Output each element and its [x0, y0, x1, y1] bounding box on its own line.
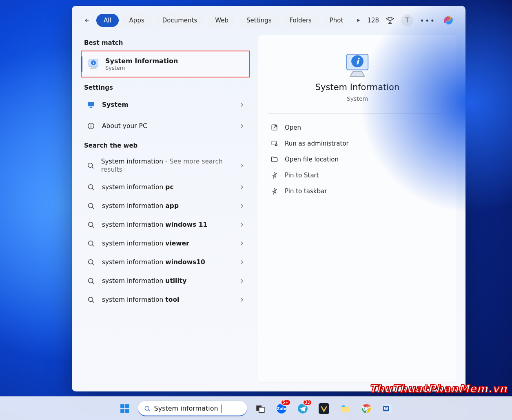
detail-action[interactable]: Pin to Start	[268, 167, 447, 183]
taskbar-task-view[interactable]	[252, 400, 269, 417]
text-caret	[222, 405, 222, 413]
pin-icon	[270, 187, 278, 195]
expand-filters-icon[interactable]	[355, 18, 361, 23]
windows-logo-icon	[120, 403, 130, 414]
svg-text:i: i	[356, 57, 360, 66]
web-result[interactable]: System information - See more search res…	[81, 153, 250, 178]
best-match-highlight-box: i System Information System	[81, 51, 250, 77]
system-information-app-icon: i	[87, 58, 100, 70]
search-icon	[86, 160, 95, 171]
detail-subtitle: System	[347, 95, 368, 102]
word-icon: W	[382, 403, 393, 414]
section-search-web: Search the web	[81, 138, 250, 151]
svg-rect-13	[120, 404, 124, 408]
filter-pill-folders[interactable]: Folders	[282, 14, 319, 27]
rewards-points[interactable]: 128	[368, 17, 379, 24]
taskbar-app-v[interactable]	[315, 400, 332, 417]
notification-badge: 33	[303, 399, 312, 406]
detail-title: System Information	[315, 82, 400, 92]
chevron-right-icon	[239, 102, 245, 108]
detail-action[interactable]: Open	[268, 119, 447, 135]
notification-badge: 5+	[281, 399, 291, 406]
svg-rect-24	[342, 405, 345, 407]
web-result-label: system information utility	[102, 277, 186, 285]
chevron-right-icon	[239, 162, 245, 169]
svg-rect-16	[125, 409, 129, 413]
search-icon	[86, 276, 96, 286]
best-match-subtitle: System	[105, 65, 178, 71]
chevron-right-icon	[239, 203, 245, 209]
more-options-button[interactable]: •••	[420, 16, 435, 25]
detail-action[interactable]: Run as administrator	[268, 135, 447, 151]
chevron-right-icon	[239, 278, 245, 284]
detail-action[interactable]: Open file location	[268, 151, 447, 167]
chevron-right-icon	[239, 184, 245, 190]
filter-pill-web[interactable]: Web	[208, 14, 236, 27]
search-icon	[86, 201, 96, 211]
web-result[interactable]: system information app	[81, 197, 250, 215]
filter-pill-all[interactable]: All	[96, 14, 119, 27]
file-explorer-icon	[340, 403, 350, 414]
task-view-icon	[255, 403, 266, 414]
detail-action-label: Pin to Start	[285, 172, 319, 179]
web-result[interactable]: system information windows10	[81, 253, 250, 272]
svg-rect-23	[341, 407, 349, 411]
detail-action[interactable]: Pin to taskbar	[268, 183, 447, 199]
filter-pill-photos[interactable]: Phot	[322, 14, 345, 27]
taskbar-app-telegram[interactable]: 33	[294, 400, 311, 417]
settings-result-label: About your PC	[102, 122, 147, 130]
taskbar-app-chrome[interactable]	[358, 400, 375, 417]
web-result[interactable]: system information viewer	[81, 234, 250, 253]
search-icon	[86, 238, 96, 249]
search-icon	[86, 294, 96, 305]
folder-icon	[270, 155, 278, 163]
pin-icon	[270, 171, 278, 179]
chrome-icon	[361, 403, 372, 414]
web-result[interactable]: system information pc	[81, 178, 250, 197]
web-result[interactable]: system information windows 11	[81, 215, 250, 234]
detail-action-label: Open file location	[285, 156, 339, 163]
taskbar-search-text: System information	[154, 405, 218, 412]
copilot-icon[interactable]	[442, 14, 455, 27]
chevron-right-icon	[239, 240, 245, 247]
svg-text:Zalo: Zalo	[277, 407, 286, 411]
settings-result-about[interactable]: About your PC	[81, 117, 250, 135]
filter-pill-settings[interactable]: Settings	[239, 14, 279, 27]
web-result-label: system information windows 11	[102, 221, 207, 229]
section-settings: Settings	[81, 80, 250, 93]
taskbar-app-explorer[interactable]	[337, 400, 354, 417]
filter-pill-documents[interactable]: Documents	[155, 14, 205, 27]
search-icon	[86, 219, 96, 230]
web-result[interactable]: system information tool	[81, 290, 250, 309]
admin-icon	[270, 139, 278, 147]
best-match-result[interactable]: i System Information System	[82, 51, 249, 77]
svg-rect-9	[88, 102, 94, 106]
taskbar: System information Zalo 5+ 33 W	[0, 396, 512, 420]
filter-pill-apps[interactable]: Apps	[122, 14, 152, 27]
chevron-right-icon	[239, 123, 245, 129]
rewards-trophy-icon[interactable]	[386, 16, 395, 25]
web-result-label: system information windows10	[102, 258, 205, 266]
taskbar-app-word[interactable]: W	[379, 400, 396, 417]
chevron-right-icon	[239, 259, 245, 265]
back-button[interactable]	[81, 15, 92, 26]
settings-result-system[interactable]: System	[81, 95, 250, 114]
header-right-group: 128 T •••	[355, 14, 455, 27]
section-best-match: Best match	[81, 35, 250, 48]
chevron-right-icon	[239, 296, 245, 303]
svg-point-27	[365, 407, 368, 410]
web-result[interactable]: system information utility	[81, 272, 250, 290]
best-match-title: System Information	[105, 57, 178, 65]
filter-pill-group: All Apps Documents Web Settings Folders …	[96, 14, 345, 27]
taskbar-app-zalo[interactable]: Zalo 5+	[273, 400, 290, 417]
search-icon	[86, 257, 96, 267]
user-avatar[interactable]: T	[401, 14, 413, 27]
results-column: Best match i System Information System S…	[81, 35, 250, 382]
search-icon	[144, 405, 151, 412]
taskbar-search-box[interactable]: System information	[137, 400, 248, 417]
start-button[interactable]	[116, 400, 133, 417]
search-panel-header: All Apps Documents Web Settings Folders …	[72, 6, 465, 27]
info-icon	[86, 121, 96, 131]
svg-point-28	[368, 405, 370, 407]
detail-action-label: Run as administrator	[285, 140, 349, 147]
